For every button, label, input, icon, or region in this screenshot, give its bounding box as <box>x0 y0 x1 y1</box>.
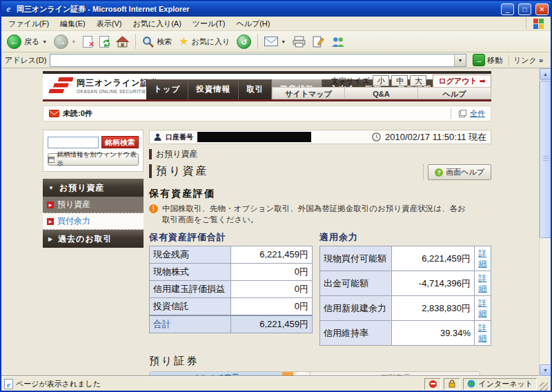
browser-toolbar: ← 戻る ▼ → ▼ ✕ 検索 ★ お気に入り ↺ <box>1 31 551 52</box>
new-window-icon <box>48 157 55 163</box>
notice-text: 中国株取引、先物・オプション取引、外国為替証拠金取引のお預り資産状況は、各お取引… <box>162 204 473 225</box>
detail-link[interactable]: 詳細 <box>478 248 487 268</box>
bullet-arrow-icon: ▶ <box>47 218 54 225</box>
table-row: 現物買付可能額 6,221,459円 詳細 <box>320 246 491 271</box>
print-icon <box>293 36 306 48</box>
account-bar: 口座番号 2010/02/17 11:50:11 現在 <box>149 130 491 144</box>
stop-icon: ✕ <box>83 36 92 48</box>
address-label: アドレス(D) <box>5 55 46 66</box>
minimize-button[interactable]: _ <box>501 3 514 15</box>
table-row: 投資信託 0円 <box>150 298 313 316</box>
symbol-info-window-button[interactable]: 銘柄情報を別ウィンドウ表示 <box>48 153 139 166</box>
menu-bar: ファイル(F) 編集(E) 表示(V) お気に入り(A) ツール(T) ヘルプ(… <box>1 17 551 31</box>
breadcrumb: お預り資産 <box>149 149 491 159</box>
site-header: 岡三オンライン証券 OKASAN ONLINE SECURITIES トップ 投… <box>43 74 491 99</box>
mail-button[interactable]: ▼ <box>262 35 288 48</box>
sidebar-item-buying-power[interactable]: ▶ 買付余力 <box>43 213 144 230</box>
resize-grip[interactable] <box>540 382 548 391</box>
menu-file[interactable]: ファイル(F) <box>3 17 55 30</box>
header-accent-line <box>43 99 491 101</box>
sidebar-menu: ▼ お預り資産 ▶ 預り資産 ▶ 買付余力 <box>43 179 144 248</box>
table-row: 出金可能額 -4,714,396円 詳細 <box>320 271 491 296</box>
nav-tab-invest-info[interactable]: 投資情報 <box>188 79 239 99</box>
close-button[interactable]: ✕ <box>535 3 549 15</box>
status-bar: e ページが表示されました インターネット <box>1 376 551 391</box>
history-button[interactable]: ↺ <box>234 33 254 50</box>
go-arrow-icon: → <box>473 54 485 66</box>
qa-button[interactable]: Q&A <box>345 87 418 99</box>
section-title-holdings: 保有資産評価 <box>149 188 491 200</box>
favorites-label: お気に入り <box>191 37 230 47</box>
links-label[interactable]: リンク » <box>509 55 547 66</box>
mail-dropdown-icon[interactable]: ▼ <box>281 39 286 44</box>
forward-button[interactable]: → ▼ <box>51 33 79 50</box>
all-messages-link[interactable]: 全件 <box>470 108 485 119</box>
edit-button[interactable] <box>310 35 327 49</box>
help-nav-button[interactable]: ヘルプ <box>418 87 491 99</box>
zone-label: インターネット <box>478 379 533 389</box>
print-button[interactable] <box>290 35 308 49</box>
favorites-button[interactable]: ★ お気に入り <box>176 35 233 48</box>
ie-page-icon: e <box>4 379 13 389</box>
symbol-search-box: 銘柄検索 銘柄情報を別ウィンドウ表示 <box>43 130 144 172</box>
nav-tab-top[interactable]: トップ <box>146 79 188 99</box>
account-number-label: 口座番号 <box>166 133 193 142</box>
font-size-label: 文字サイズ <box>331 76 370 86</box>
maximize-button[interactable]: □ <box>518 3 531 15</box>
clock-icon <box>372 133 381 141</box>
back-dropdown-icon[interactable]: ▼ <box>42 39 47 44</box>
font-size-medium-button[interactable]: 中 <box>391 75 408 86</box>
table-row: 現物株式 0円 <box>150 264 313 281</box>
logout-button[interactable]: ログアウト ➡ <box>433 75 491 88</box>
screen-help-button[interactable]: ? 画面ヘルプ <box>428 164 491 180</box>
detail-link[interactable]: 詳細 <box>478 273 487 293</box>
sidebar-header-past-trades[interactable]: ▶ 過去のお取引 <box>43 230 144 248</box>
menu-edit[interactable]: 編集(E) <box>55 17 91 30</box>
symbol-search-button[interactable]: 銘柄検索 <box>101 136 139 148</box>
logout-arrow-icon: ➡ <box>480 77 486 85</box>
account-number-redacted <box>197 132 311 142</box>
menu-view[interactable]: 表示(V) <box>91 17 128 30</box>
bullet-arrow-icon: ▶ <box>47 202 54 208</box>
brand-logo[interactable]: 岡三オンライン証券 OKASAN ONLINE SECURITIES <box>48 77 158 95</box>
scroll-down-button[interactable]: ▼ <box>540 364 551 376</box>
messenger-button[interactable] <box>328 35 347 48</box>
detail-link[interactable]: 詳細 <box>478 298 487 318</box>
stop-button[interactable]: ✕ <box>80 35 95 49</box>
symbol-search-input[interactable] <box>48 137 99 148</box>
alert-icon: ! <box>149 204 158 213</box>
back-icon: ← <box>7 35 21 49</box>
refresh-button[interactable] <box>97 35 112 49</box>
unread-mail-icon <box>49 110 59 117</box>
internet-globe-icon <box>467 380 475 388</box>
search-button[interactable]: 検索 <box>139 35 175 49</box>
menu-tools[interactable]: ツール(T) <box>187 17 231 30</box>
vertical-scrollbar[interactable]: ▲ ▼ <box>539 68 551 376</box>
detail-link[interactable]: 詳細 <box>478 323 487 343</box>
sidebar-item-deposit-assets[interactable]: ▶ 預り資産 <box>43 197 144 213</box>
restricted-icon <box>429 380 437 388</box>
font-size-small-button[interactable]: 小 <box>373 75 389 86</box>
scroll-up-button[interactable]: ▲ <box>540 68 551 80</box>
scrollbar-thumb[interactable] <box>540 81 551 238</box>
menu-favorites[interactable]: お気に入り(A) <box>127 17 186 30</box>
home-button[interactable] <box>113 35 132 49</box>
help-question-icon: ? <box>435 168 443 177</box>
display-mode-toggle: まとめて表示 ◀ 個別表示 <box>149 371 480 376</box>
menu-help[interactable]: ヘルプ(H) <box>230 17 275 30</box>
go-button[interactable]: → 移動 <box>470 54 505 66</box>
address-input[interactable] <box>50 55 454 66</box>
edit-icon <box>313 36 324 48</box>
sitemap-button[interactable]: サイトマップ <box>272 87 345 99</box>
address-input-wrap: ▼ <box>50 54 466 67</box>
address-bar: アドレス(D) ▼ → 移動 リンク » <box>1 52 551 68</box>
nav-tab-trade[interactable]: 取引 <box>239 79 272 99</box>
address-dropdown-icon[interactable]: ▼ <box>454 55 466 66</box>
person-icon <box>154 133 161 141</box>
popup-window-icon <box>459 110 466 117</box>
font-size-large-button[interactable]: 大 <box>410 75 426 86</box>
timestamp: 2010/02/17 11:50:11 現在 <box>385 131 486 144</box>
back-button[interactable]: ← 戻る ▼ <box>4 33 50 50</box>
sidebar: 銘柄検索 銘柄情報を別ウィンドウ表示 ▼ お預り資産 <box>43 130 144 376</box>
sidebar-header-deposit-assets[interactable]: ▼ お預り資産 <box>43 179 144 197</box>
